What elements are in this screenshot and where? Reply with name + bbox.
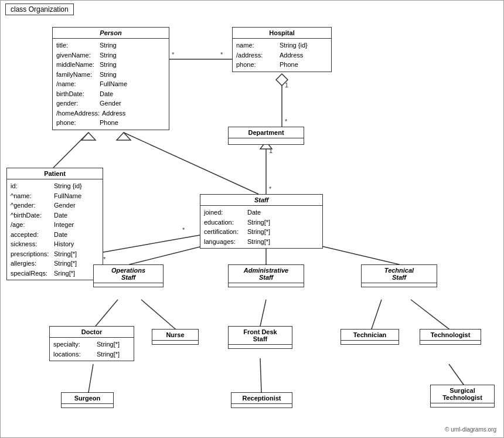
svg-line-11	[53, 133, 88, 168]
svg-text:*: *	[172, 51, 175, 58]
receptionist-title: Receptionist	[231, 393, 292, 404]
surgeon-title: Surgeon	[62, 393, 113, 404]
copyright: © uml-diagrams.org	[445, 426, 496, 433]
nurse-attrs	[152, 341, 198, 344]
svg-text:1: 1	[285, 82, 288, 89]
svg-marker-12	[81, 133, 96, 140]
patient-attrs: id:String {id} ^name:FullName ^gender:Ge…	[7, 179, 103, 280]
person-title: Person	[53, 28, 169, 39]
diagram-canvas: * * 1 * 1 * * *	[0, 0, 504, 438]
svg-line-36	[260, 358, 261, 392]
technologist-attrs	[420, 341, 481, 344]
svg-line-38	[449, 364, 464, 385]
svg-line-26	[141, 300, 175, 329]
hospital-title: Hospital	[233, 28, 331, 39]
nurse-title: Nurse	[152, 330, 198, 341]
svg-line-24	[93, 300, 118, 329]
hospital-class: Hospital name:String {id} /address:Addre…	[232, 27, 332, 72]
department-class: Department	[228, 127, 304, 145]
technologist-title: Technologist	[420, 330, 481, 341]
surgeon-attrs	[62, 404, 113, 408]
operations-staff-class: OperationsStaff	[93, 264, 164, 287]
staff-title: Staff	[200, 195, 322, 206]
technician-attrs	[341, 341, 399, 344]
svg-marker-14	[117, 133, 131, 140]
patient-title: Patient	[7, 168, 103, 179]
front-desk-staff-attrs	[229, 345, 292, 348]
surgeon-class: Surgeon	[61, 392, 114, 408]
technician-class: Technician	[340, 329, 399, 345]
front-desk-staff-class: Front DeskStaff	[228, 326, 292, 349]
person-class: Person title:String givenName:String mid…	[52, 27, 169, 130]
svg-line-32	[411, 300, 449, 329]
department-attrs	[229, 138, 304, 144]
technologist-class: Technologist	[420, 329, 481, 345]
front-desk-staff-title: Front DeskStaff	[229, 327, 292, 345]
staff-class: Staff joined:Date education:String[*] ce…	[200, 194, 323, 249]
doctor-title: Doctor	[50, 327, 134, 338]
hospital-attrs: name:String {id} /address:Address phone:…	[233, 39, 331, 72]
administrative-staff-title: AdministrativeStaff	[229, 265, 304, 283]
nurse-class: Nurse	[152, 329, 199, 345]
administrative-staff-attrs	[229, 283, 304, 287]
technical-staff-title: TechnicalStaff	[362, 265, 437, 283]
svg-line-28	[260, 300, 266, 326]
operations-staff-attrs	[94, 283, 163, 287]
staff-attrs: joined:Date education:String[*] certific…	[200, 206, 322, 248]
receptionist-class: Receptionist	[231, 392, 292, 408]
svg-text:*: *	[285, 118, 288, 125]
svg-line-34	[88, 364, 93, 392]
diagram-title: class Organization	[5, 4, 74, 15]
svg-text:1: 1	[269, 147, 273, 154]
surgical-technologist-class: SurgicalTechnologist	[430, 385, 495, 408]
doctor-attrs: specialty:String[*] locations:String[*]	[50, 338, 134, 361]
svg-line-30	[372, 300, 382, 329]
operations-staff-title: OperationsStaff	[94, 265, 163, 283]
svg-text:*: *	[269, 185, 272, 192]
receptionist-attrs	[231, 404, 292, 408]
surgical-technologist-attrs	[431, 403, 494, 407]
svg-line-15	[100, 235, 200, 253]
technical-staff-class: TechnicalStaff	[361, 264, 437, 287]
svg-text:*: *	[182, 226, 185, 233]
technician-title: Technician	[341, 330, 399, 341]
patient-class: Patient id:String {id} ^name:FullName ^g…	[6, 168, 103, 280]
svg-text:*: *	[103, 256, 106, 263]
svg-text:*: *	[220, 51, 223, 58]
person-attrs: title:String givenName:String middleName…	[53, 39, 169, 130]
svg-marker-4	[276, 74, 288, 86]
department-title: Department	[229, 127, 304, 138]
doctor-class: Doctor specialty:String[*] locations:Str…	[49, 326, 134, 361]
administrative-staff-class: AdministrativeStaff	[228, 264, 304, 287]
surgical-technologist-title: SurgicalTechnologist	[431, 385, 494, 403]
technical-staff-attrs	[362, 283, 437, 287]
